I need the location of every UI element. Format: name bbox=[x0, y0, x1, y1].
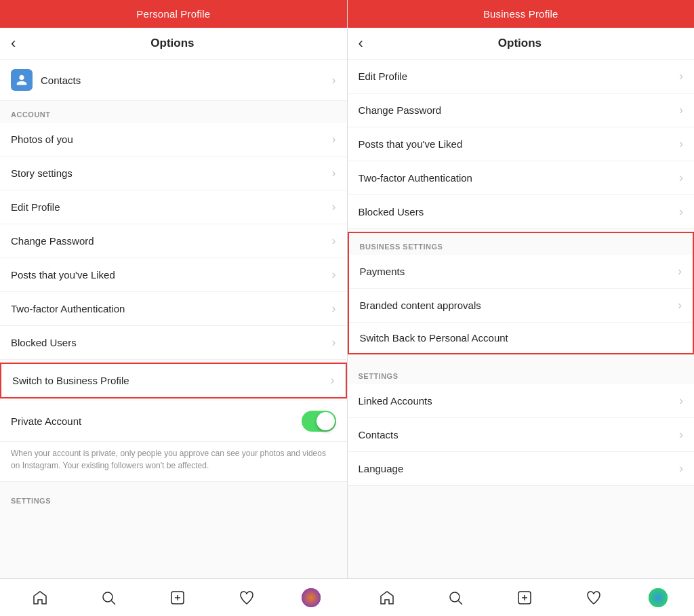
svg-line-1 bbox=[112, 600, 116, 604]
personal-2fa-item[interactable]: Two-factor Authentication › bbox=[0, 292, 347, 326]
svg-point-7 bbox=[450, 592, 460, 602]
blocked-users-label: Blocked Users bbox=[11, 337, 332, 348]
contacts-icon bbox=[11, 69, 33, 91]
business-contacts-chevron: › bbox=[679, 428, 683, 442]
switch-business-label: Switch to Business Profile bbox=[12, 375, 331, 386]
personal-story-item[interactable]: Story settings › bbox=[0, 157, 347, 190]
business-blocked-users-item[interactable]: Blocked Users › bbox=[348, 195, 695, 229]
business-settings-section-label: BUSINESS SETTINGS bbox=[349, 233, 693, 255]
personal-back-button[interactable]: ‹ bbox=[11, 36, 16, 51]
blocked-users-chevron: › bbox=[332, 335, 336, 350]
account-section-label: ACCOUNT bbox=[0, 101, 347, 123]
personal-settings-section-label: SETTINGS bbox=[0, 487, 347, 509]
2fa-label: Two-factor Authentication bbox=[11, 303, 332, 314]
personal-tab-label: Personal Profile bbox=[136, 8, 210, 20]
bottom-navigation bbox=[0, 578, 694, 616]
business-2fa-label: Two-factor Authentication bbox=[359, 172, 680, 184]
business-change-password-label: Change Password bbox=[359, 104, 680, 116]
payments-chevron: › bbox=[678, 264, 682, 279]
linked-accounts-label: Linked Accounts bbox=[359, 395, 680, 407]
personal-bottom-nav bbox=[0, 579, 347, 616]
business-profile-avatar[interactable] bbox=[649, 588, 668, 607]
business-profile-panel: Business Profile ‹ Options Edit Profile … bbox=[348, 0, 695, 578]
personal-add-icon[interactable] bbox=[164, 584, 191, 611]
personal-profile-avatar[interactable] bbox=[302, 588, 321, 607]
payments-item[interactable]: Payments › bbox=[349, 255, 693, 289]
business-liked-posts-chevron: › bbox=[679, 137, 683, 151]
switch-back-personal-item[interactable]: Switch Back to Personal Account bbox=[349, 323, 693, 353]
business-change-password-item[interactable]: Change Password › bbox=[348, 94, 695, 127]
svg-line-8 bbox=[459, 600, 463, 604]
personal-edit-profile-item[interactable]: Edit Profile › bbox=[0, 190, 347, 224]
private-account-toggle[interactable] bbox=[302, 411, 336, 432]
business-edit-profile-item[interactable]: Edit Profile › bbox=[348, 60, 695, 94]
personal-liked-posts-item[interactable]: Posts that you've Liked › bbox=[0, 258, 347, 292]
business-home-icon[interactable] bbox=[373, 584, 401, 611]
change-password-chevron: › bbox=[332, 234, 336, 248]
language-chevron: › bbox=[679, 461, 683, 476]
branded-content-item[interactable]: Branded content approvals › bbox=[349, 289, 693, 323]
business-heart-icon[interactable] bbox=[580, 584, 607, 611]
business-content: Edit Profile › Change Password › Posts t… bbox=[348, 60, 695, 578]
personal-nav-title: Options bbox=[24, 37, 321, 50]
business-change-password-chevron: › bbox=[679, 103, 683, 117]
business-edit-profile-chevron: › bbox=[679, 69, 683, 83]
personal-home-icon[interactable] bbox=[26, 584, 54, 611]
business-blocked-users-label: Blocked Users bbox=[359, 206, 680, 218]
business-nav-title: Options bbox=[371, 37, 668, 50]
svg-point-6 bbox=[302, 588, 321, 607]
switch-back-personal-label: Switch Back to Personal Account bbox=[360, 332, 682, 344]
personal-heart-icon[interactable] bbox=[233, 584, 260, 611]
personal-contacts-item[interactable]: Contacts › bbox=[0, 60, 347, 101]
story-label: Story settings bbox=[11, 167, 332, 179]
language-label: Language bbox=[359, 463, 680, 474]
branded-content-chevron: › bbox=[678, 298, 682, 312]
business-tab-label: Business Profile bbox=[483, 8, 558, 20]
contacts-label: Contacts bbox=[41, 75, 332, 86]
personal-blocked-users-item[interactable]: Blocked Users › bbox=[0, 326, 347, 360]
business-edit-profile-label: Edit Profile bbox=[359, 70, 680, 82]
business-back-button[interactable]: ‹ bbox=[359, 36, 363, 51]
story-chevron: › bbox=[332, 166, 336, 180]
edit-profile-chevron: › bbox=[332, 200, 336, 214]
contacts-chevron: › bbox=[332, 73, 336, 87]
edit-profile-label: Edit Profile bbox=[11, 201, 332, 213]
switch-business-chevron: › bbox=[331, 373, 335, 388]
linked-accounts-item[interactable]: Linked Accounts › bbox=[348, 384, 695, 418]
linked-accounts-chevron: › bbox=[679, 394, 683, 408]
private-account-item[interactable]: Private Account bbox=[0, 401, 347, 442]
switch-to-business-item[interactable]: Switch to Business Profile › bbox=[1, 364, 346, 397]
language-item[interactable]: Language › bbox=[348, 452, 695, 486]
business-search-icon[interactable] bbox=[442, 584, 469, 611]
svg-point-12 bbox=[649, 588, 668, 607]
personal-photos-item[interactable]: Photos of you › bbox=[0, 123, 347, 157]
business-2fa-chevron: › bbox=[679, 171, 683, 185]
business-nav-bar: ‹ Options bbox=[348, 28, 695, 60]
liked-posts-chevron: › bbox=[332, 268, 336, 282]
branded-content-label: Branded content approvals bbox=[360, 300, 678, 311]
business-contacts-label: Contacts bbox=[359, 429, 680, 440]
svg-point-0 bbox=[103, 592, 113, 602]
liked-posts-label: Posts that you've Liked bbox=[11, 269, 332, 281]
personal-change-password-item[interactable]: Change Password › bbox=[0, 224, 347, 258]
personal-nav-bar: ‹ Options bbox=[0, 28, 347, 60]
personal-profile-tab: Personal Profile bbox=[0, 0, 347, 28]
business-profile-tab: Business Profile bbox=[348, 0, 695, 28]
business-liked-posts-label: Posts that you've Liked bbox=[359, 138, 680, 150]
business-contacts-item[interactable]: Contacts › bbox=[348, 418, 695, 452]
business-2fa-item[interactable]: Two-factor Authentication › bbox=[348, 161, 695, 195]
business-blocked-users-chevron: › bbox=[679, 205, 683, 219]
photos-chevron: › bbox=[332, 132, 336, 146]
change-password-label: Change Password bbox=[11, 235, 332, 247]
photos-label: Photos of you bbox=[11, 134, 332, 145]
private-account-description: When your account is private, only peopl… bbox=[0, 442, 347, 482]
personal-profile-panel: Personal Profile ‹ Options Contacts › AC… bbox=[0, 0, 348, 578]
payments-label: Payments bbox=[360, 266, 678, 277]
business-add-icon[interactable] bbox=[511, 584, 538, 611]
business-bottom-nav bbox=[347, 579, 694, 616]
personal-search-icon[interactable] bbox=[95, 584, 122, 611]
business-settings-section-label2: SETTINGS bbox=[348, 363, 695, 384]
2fa-chevron: › bbox=[332, 302, 336, 316]
business-liked-posts-item[interactable]: Posts that you've Liked › bbox=[348, 127, 695, 161]
private-account-label: Private Account bbox=[11, 415, 302, 427]
